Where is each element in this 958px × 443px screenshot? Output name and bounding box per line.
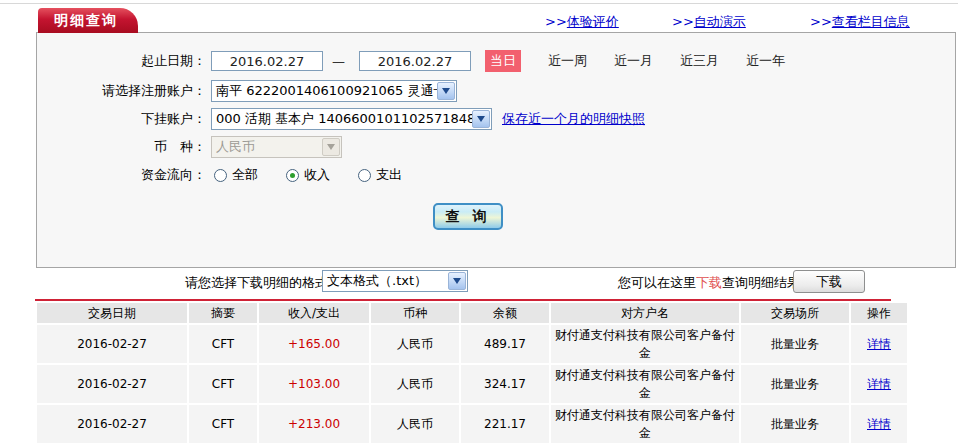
- table-row: 2016-02-27 CFT +165.00 人民币 489.17 财付通支付科…: [37, 325, 907, 363]
- flow-option-expense[interactable]: 支出: [358, 166, 402, 184]
- range-today[interactable]: 当日: [485, 50, 521, 72]
- date-dash: —: [332, 54, 345, 69]
- registered-account-select[interactable]: 南平 6222001406100921065 灵通卡: [211, 80, 457, 102]
- sub-account-value: 000 活期 基本户 1406600101102571848: [212, 110, 472, 128]
- cell-amount: +165.00: [259, 325, 369, 363]
- link-arrows: >>: [810, 14, 832, 29]
- currency-select: 人民币: [211, 136, 342, 158]
- results-table: 交易日期 摘要 收入/支出 币种 余额 对方户名 交易场所 操作 2016-02…: [35, 299, 891, 443]
- link-auto-demo[interactable]: >>自动演示: [672, 13, 746, 31]
- range-last-year[interactable]: 近一年: [746, 52, 785, 70]
- flow-option-income[interactable]: 收入: [286, 166, 330, 184]
- registered-account-label: 请选择注册账户：: [37, 82, 206, 100]
- cell-date: 2016-02-27: [37, 405, 187, 443]
- date-from-input[interactable]: [211, 51, 323, 71]
- date-range-label: 起止日期：: [37, 52, 206, 70]
- cell-amount: +103.00: [259, 365, 369, 403]
- cell-balance: 489.17: [461, 325, 549, 363]
- col-counterparty: 对方户名: [551, 303, 739, 323]
- cell-currency: 人民币: [371, 325, 459, 363]
- radio-icon: [358, 169, 371, 182]
- download-hint: 您可以在这里下载查询明细结果: [618, 274, 800, 292]
- tab-detail-query[interactable]: 明细查询: [38, 8, 138, 33]
- date-range-row: 起止日期： — 当日 近一周 近一月 近三月 近一年: [37, 49, 785, 73]
- cell-place: 批量业务: [741, 365, 849, 403]
- flow-option-income-label: 收入: [304, 166, 330, 184]
- flow-option-all-label: 全部: [232, 166, 258, 184]
- download-hint-prefix: 您可以在这里: [618, 275, 696, 290]
- col-amount: 收入/支出: [259, 303, 369, 323]
- save-snapshot-link[interactable]: 保存近一个月的明细快照: [502, 110, 645, 128]
- download-hint-suffix: 查询明细结果: [722, 275, 800, 290]
- date-to-input[interactable]: [359, 51, 471, 71]
- cell-summary: CFT: [189, 365, 257, 403]
- detail-link[interactable]: 详情: [867, 337, 891, 351]
- cell-summary: CFT: [189, 405, 257, 443]
- col-place: 交易场所: [741, 303, 849, 323]
- query-form-panel: 起止日期： — 当日 近一周 近一月 近三月 近一年 请选择注册账户： 南平 6…: [36, 32, 956, 268]
- flow-option-expense-label: 支出: [376, 166, 402, 184]
- link-view-column-info[interactable]: >>查看栏目信息: [810, 13, 910, 31]
- download-format-value: 文本格式（.txt）: [323, 272, 448, 290]
- sub-account-row: 下挂账户： 000 活期 基本户 1406600101102571848 保存近…: [37, 107, 645, 131]
- cell-summary: CFT: [189, 325, 257, 363]
- radio-selected-icon: [286, 169, 299, 182]
- cell-currency: 人民币: [371, 405, 459, 443]
- registered-account-value: 南平 6222001406100921065 灵通卡: [212, 82, 437, 100]
- col-action: 操作: [851, 303, 907, 323]
- range-last-month[interactable]: 近一月: [614, 52, 653, 70]
- detail-link[interactable]: 详情: [867, 377, 891, 391]
- cell-balance: 221.17: [461, 405, 549, 443]
- col-summary: 摘要: [189, 303, 257, 323]
- query-button[interactable]: 查 询: [433, 203, 503, 230]
- range-last-week[interactable]: 近一周: [548, 52, 587, 70]
- cell-counterparty: 财付通支付科技有限公司客户备付金: [551, 405, 739, 443]
- download-format-label: 请您选择下载明细的格式: [185, 274, 328, 292]
- table-header-row: 交易日期 摘要 收入/支出 币种 余额 对方户名 交易场所 操作: [37, 303, 907, 323]
- link-experience-review[interactable]: >>体验评价: [545, 13, 619, 31]
- download-hint-red: 下载: [696, 275, 722, 290]
- cell-date: 2016-02-27: [37, 365, 187, 403]
- cell-counterparty: 财付通支付科技有限公司客户备付金: [551, 325, 739, 363]
- currency-row: 币 种： 人民币: [37, 135, 342, 159]
- link-arrows: >>: [672, 14, 694, 29]
- table-row: 2016-02-27 CFT +103.00 人民币 324.17 财付通支付科…: [37, 365, 907, 403]
- dropdown-arrow-icon: [472, 110, 490, 128]
- top-divider: [0, 3, 958, 4]
- cell-counterparty: 财付通支付科技有限公司客户备付金: [551, 365, 739, 403]
- detail-link[interactable]: 详情: [867, 417, 891, 431]
- cell-currency: 人民币: [371, 365, 459, 403]
- currency-value: 人民币: [212, 138, 322, 156]
- col-date: 交易日期: [37, 303, 187, 323]
- flow-option-all[interactable]: 全部: [214, 166, 258, 184]
- sub-account-select[interactable]: 000 活期 基本户 1406600101102571848: [211, 108, 492, 130]
- link-arrows: >>: [545, 14, 567, 29]
- cell-balance: 324.17: [461, 365, 549, 403]
- dropdown-arrow-icon: [448, 272, 466, 290]
- col-balance: 余额: [461, 303, 549, 323]
- range-last-3-months[interactable]: 近三月: [680, 52, 719, 70]
- fund-flow-row: 资金流向： 全部 收入 支出: [37, 163, 402, 187]
- sub-account-label: 下挂账户：: [37, 110, 206, 128]
- dropdown-arrow-icon: [322, 138, 340, 156]
- dropdown-arrow-icon: [437, 82, 455, 100]
- fund-flow-label: 资金流向：: [37, 166, 206, 184]
- cell-amount: +213.00: [259, 405, 369, 443]
- registered-account-row: 请选择注册账户： 南平 6222001406100921065 灵通卡: [37, 79, 457, 103]
- tab-title: 明细查询: [54, 12, 118, 28]
- cell-date: 2016-02-27: [37, 325, 187, 363]
- radio-icon: [214, 169, 227, 182]
- download-format-select[interactable]: 文本格式（.txt）: [322, 270, 468, 292]
- col-currency: 币种: [371, 303, 459, 323]
- cell-place: 批量业务: [741, 325, 849, 363]
- table-row: 2016-02-27 CFT +213.00 人民币 221.17 财付通支付科…: [37, 405, 907, 443]
- download-button[interactable]: 下载: [793, 270, 865, 293]
- cell-place: 批量业务: [741, 405, 849, 443]
- currency-label: 币 种：: [37, 138, 206, 156]
